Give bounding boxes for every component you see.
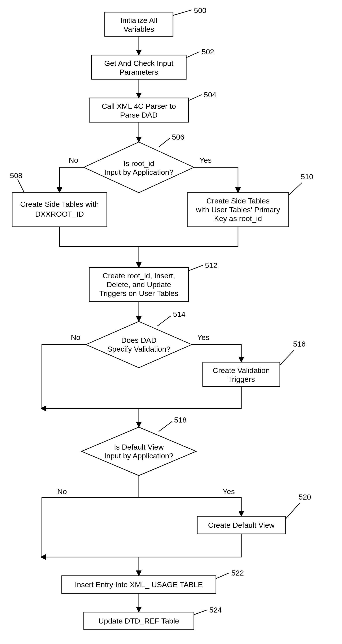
node-500-line1: Initialize All xyxy=(120,16,157,24)
ref-500: 500 xyxy=(194,6,206,14)
ref-506: 506 xyxy=(172,133,184,141)
label-518-no: No xyxy=(57,487,67,496)
node-514-line1: Does DAD xyxy=(121,336,157,344)
ref-504: 504 xyxy=(204,90,216,99)
ref-518: 518 xyxy=(174,416,187,424)
edge-518-no xyxy=(42,476,139,557)
node-516: Create Validation Triggers 516 xyxy=(203,340,306,386)
ref-512: 512 xyxy=(205,261,217,270)
ref-520: 520 xyxy=(298,493,311,501)
edge-508-merge xyxy=(60,227,139,246)
node-506-line1: Is root_id xyxy=(123,159,154,168)
node-510: Create Side Tables with User Tables' Pri… xyxy=(187,172,313,227)
node-508: Create Side Tables with DXXROOT_ID 508 xyxy=(10,171,107,227)
node-504-line2: Parse DAD xyxy=(120,111,158,119)
node-506-line2: Input by Application? xyxy=(104,168,173,176)
node-502-line2: Parameters xyxy=(119,68,158,76)
edge-506-510 xyxy=(194,167,238,192)
node-502: Get And Check Input Parameters 502 xyxy=(92,48,214,79)
node-512-line2: Delete, and Update xyxy=(107,280,171,289)
node-518-line1: Is Default View xyxy=(114,443,164,451)
node-516-line2: Triggers xyxy=(228,375,255,383)
node-510-line3: Key as root_id xyxy=(214,214,262,222)
edge-514-no xyxy=(42,344,86,408)
node-520: Create Default View 520 xyxy=(197,493,311,534)
label-514-yes: Yes xyxy=(197,333,209,342)
ref-516: 516 xyxy=(293,340,306,348)
node-508-line1: Create Side Tables with xyxy=(20,200,99,208)
node-510-line1: Create Side Tables xyxy=(206,196,270,205)
label-506-no: No xyxy=(69,156,78,164)
node-512: Create root_id, Insert, Delete, and Upda… xyxy=(89,261,217,302)
label-506-yes: Yes xyxy=(199,156,212,164)
ref-510: 510 xyxy=(301,172,313,181)
node-500: Initialize All Variables 500 xyxy=(105,6,206,36)
node-518-line2: Input by Application? xyxy=(104,452,173,460)
node-516-line1: Create Validation xyxy=(213,366,270,374)
node-508-line2: DXXROOT_ID xyxy=(35,210,84,218)
ref-508: 508 xyxy=(10,171,23,180)
node-522: Insert Entry Into XML_ USAGE TABLE 522 xyxy=(62,569,244,593)
node-502-line1: Get And Check Input xyxy=(104,59,173,67)
edge-516-merge1 xyxy=(42,386,241,408)
edge-506-508 xyxy=(60,167,84,192)
label-514-no: No xyxy=(71,333,80,342)
node-524-line1: Update DTD_REF Table xyxy=(99,617,179,625)
node-512-line1: Create root_id, Insert, xyxy=(103,272,175,280)
node-520-line1: Create Default View xyxy=(208,521,274,529)
ref-524: 524 xyxy=(209,606,222,614)
label-518-yes: Yes xyxy=(223,487,235,496)
edge-510-merge xyxy=(139,227,238,246)
edge-520-merge xyxy=(42,534,241,557)
ref-514: 514 xyxy=(173,310,186,318)
node-500-line2: Variables xyxy=(123,25,154,33)
ref-522: 522 xyxy=(231,569,244,577)
node-512-line3: Triggers on User Tables xyxy=(99,289,178,298)
ref-502: 502 xyxy=(202,48,214,56)
node-510-line2: with User Tables' Primary xyxy=(196,206,280,214)
edge-514-516 xyxy=(192,344,241,361)
node-522-line1: Insert Entry Into XML_ USAGE TABLE xyxy=(75,580,203,589)
node-524: Update DTD_REF Table 524 xyxy=(84,606,222,630)
node-514-line2: Specify Validation? xyxy=(107,345,171,353)
flowchart: Initialize All Variables 500 Get And Che… xyxy=(0,0,342,644)
edge-518-520 xyxy=(139,498,241,515)
node-504-line1: Call XML 4C Parser to xyxy=(102,102,176,110)
node-506: Is root_id Input by Application? 506 xyxy=(84,133,194,193)
node-504: Call XML 4C Parser to Parse DAD 504 xyxy=(89,90,216,122)
